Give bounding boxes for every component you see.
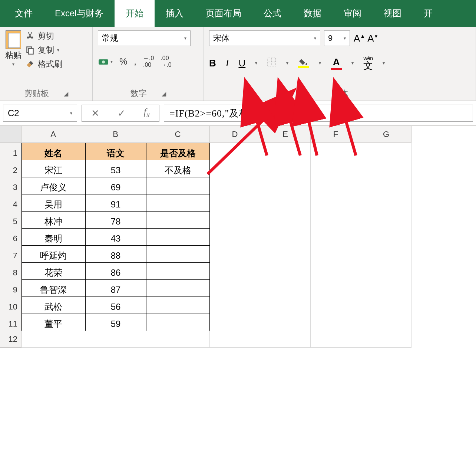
chevron-down-icon[interactable]: ▾	[351, 60, 354, 66]
bold-button[interactable]: B	[209, 58, 216, 69]
formula-text: =IF(B2>=60,"及格","不及格")	[169, 107, 298, 120]
increase-decimal-button[interactable]: ←.0.00	[143, 55, 154, 68]
font-group-label: 字体	[332, 88, 348, 99]
enter-formula-button[interactable]: ✓	[118, 108, 126, 119]
cut-button[interactable]: 剪切	[25, 30, 62, 42]
phonetic-button[interactable]: wén文	[363, 56, 373, 71]
copy-button[interactable]: 复制 ▾	[25, 45, 62, 56]
cell[interactable]	[260, 331, 311, 348]
paste-icon	[6, 30, 21, 49]
font-color-button[interactable]: A	[331, 56, 342, 70]
ribbon-group-font: 宋体 ▾ 9 ▾ A▲ A▼ B I U ▾	[204, 27, 476, 101]
cell[interactable]	[361, 331, 411, 348]
tab-formulas[interactable]: 公式	[252, 0, 292, 27]
column-header[interactable]: E	[260, 126, 311, 143]
currency-icon	[98, 56, 109, 67]
row-header[interactable]: 12	[0, 331, 22, 348]
cell[interactable]	[22, 331, 85, 348]
bucket-icon	[299, 58, 308, 66]
chevron-down-icon[interactable]: ▾	[255, 60, 257, 66]
column-header[interactable]: C	[146, 126, 210, 143]
borders-icon	[267, 57, 277, 67]
insert-function-button[interactable]: fx	[144, 107, 150, 119]
italic-button[interactable]: I	[226, 58, 229, 69]
formula-input[interactable]: =IF(B2>=60,"及格","不及格")	[164, 105, 473, 122]
name-box-value: C2	[8, 108, 19, 118]
clipboard-group-label: 剪贴板	[24, 88, 49, 99]
chevron-down-icon[interactable]: ▾	[12, 62, 14, 67]
ribbon: 粘贴 ▾ 剪切 复制 ▾ 格式刷 剪贴板 ◢	[0, 27, 476, 101]
decrease-font-button[interactable]: A▼	[367, 33, 378, 44]
tab-data[interactable]: 数据	[292, 0, 333, 27]
formula-bar: C2 ▾ ✕ ✓ fx =IF(B2>=60,"及格","不及格")	[0, 101, 476, 126]
brush-icon	[25, 59, 35, 69]
ribbon-group-clipboard: 粘贴 ▾ 剪切 复制 ▾ 格式刷 剪贴板 ◢	[0, 27, 93, 101]
borders-button[interactable]	[267, 57, 277, 69]
copy-icon	[25, 45, 35, 55]
column-header[interactable]: B	[85, 126, 146, 143]
tab-page-layout[interactable]: 页面布局	[195, 0, 252, 27]
cut-label: 剪切	[38, 30, 54, 42]
dialog-launcher-icon[interactable]: ◢	[162, 90, 166, 97]
chevron-down-icon[interactable]: ▾	[286, 60, 288, 66]
tab-insert[interactable]: 插入	[155, 0, 195, 27]
copy-label: 复制	[38, 45, 54, 56]
font-name-combo[interactable]: 宋体 ▾	[209, 30, 320, 46]
menu-bar: 文件 Excel与财务 开始 插入 页面布局 公式 数据 审阅 视图 开	[0, 0, 476, 27]
cell[interactable]	[311, 331, 361, 348]
decrease-decimal-icon: .00→.0	[161, 55, 171, 68]
format-painter-label: 格式刷	[38, 59, 62, 70]
increase-font-button[interactable]: A▲	[354, 33, 365, 44]
cell[interactable]	[85, 331, 146, 348]
paste-label: 粘贴	[5, 50, 22, 61]
paste-button[interactable]: 粘贴 ▾	[5, 30, 22, 67]
chevron-down-icon: ▾	[110, 59, 113, 64]
chevron-down-icon[interactable]: ▾	[383, 60, 385, 66]
svg-rect-1	[29, 49, 33, 54]
tab-review[interactable]: 审阅	[333, 0, 373, 27]
name-box[interactable]: C2 ▾	[3, 105, 77, 122]
column-header[interactable]: G	[361, 126, 411, 143]
chevron-down-icon[interactable]: ▾	[319, 60, 321, 66]
tab-truncated[interactable]: 开	[413, 0, 444, 27]
font-name-value: 宋体	[213, 33, 229, 44]
fill-color-button[interactable]	[298, 58, 309, 68]
chevron-down-icon: ▾	[314, 36, 316, 41]
tab-file[interactable]: 文件	[4, 0, 44, 27]
svg-point-3	[102, 60, 105, 63]
column-header[interactable]: F	[311, 126, 361, 143]
worksheet[interactable]: ABCDEFG1姓名语文是否及格2宋江53不及格3卢俊义694吴用915林冲78…	[0, 126, 476, 348]
number-format-combo[interactable]: 常规 ▾	[98, 30, 191, 46]
column-header[interactable]: D	[210, 126, 260, 143]
tab-excel-finance[interactable]: Excel与财务	[44, 0, 115, 27]
underline-button[interactable]: U	[238, 58, 245, 69]
accounting-button[interactable]: ▾	[98, 56, 113, 67]
font-size-value: 9	[328, 33, 333, 43]
ribbon-group-number: 常规 ▾ ▾ % , ←.0.00 .00→.0 数字 ◢	[93, 27, 204, 101]
cancel-formula-button[interactable]: ✕	[91, 108, 99, 119]
chevron-down-icon: ▾	[70, 111, 72, 116]
chevron-down-icon: ▾	[344, 36, 346, 41]
tab-home[interactable]: 开始	[115, 0, 155, 27]
comma-icon: ,	[134, 56, 136, 67]
number-group-label: 数字	[130, 88, 147, 99]
column-header[interactable]: A	[22, 126, 85, 143]
select-all-corner[interactable]	[0, 126, 22, 143]
font-size-combo[interactable]: 9 ▾	[324, 30, 350, 46]
increase-decimal-icon: ←.0.00	[143, 55, 154, 68]
decrease-decimal-button[interactable]: .00→.0	[161, 55, 171, 68]
chevron-down-icon[interactable]: ▾	[57, 48, 59, 53]
number-format-value: 常规	[102, 33, 118, 44]
comma-button[interactable]: ,	[134, 56, 136, 67]
formula-controls: ✕ ✓ fx	[82, 105, 159, 122]
dialog-launcher-icon[interactable]: ◢	[64, 90, 68, 97]
percent-button[interactable]: %	[119, 56, 127, 67]
chevron-down-icon: ▾	[184, 36, 186, 41]
cell[interactable]	[146, 331, 210, 348]
tab-view[interactable]: 视图	[373, 0, 413, 27]
format-painter-button[interactable]: 格式刷	[25, 59, 62, 70]
cell[interactable]	[210, 331, 260, 348]
percent-icon: %	[119, 56, 127, 67]
scissors-icon	[25, 31, 35, 41]
